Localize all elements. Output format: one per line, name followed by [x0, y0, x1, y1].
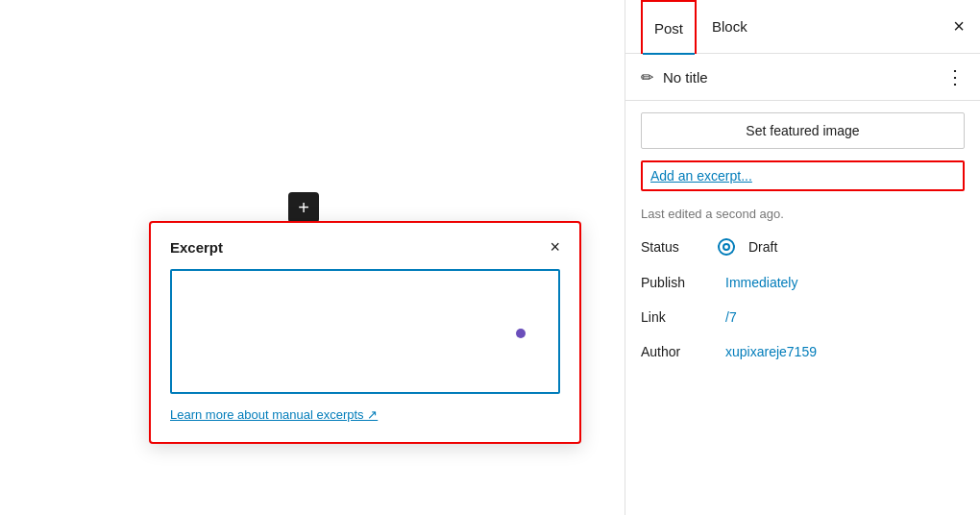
- status-value[interactable]: Draft: [748, 239, 777, 255]
- status-label: Status: [641, 239, 718, 255]
- status-circle-icon: [718, 238, 735, 256]
- excerpt-popup: Excerpt × Learn more about manual excerp…: [149, 221, 581, 444]
- set-featured-image-button[interactable]: Set featured image: [641, 112, 965, 149]
- publish-row: Publish Immediately: [625, 265, 980, 300]
- sidebar: Post Block × ✏ No title ⋮ Set featured i…: [625, 0, 980, 515]
- sidebar-close-button[interactable]: ×: [953, 15, 965, 37]
- author-row: Author xupixareje7159: [625, 334, 980, 369]
- block-inserter-button[interactable]: +: [288, 192, 319, 223]
- more-options-icon[interactable]: ⋮: [945, 67, 965, 86]
- excerpt-title: Excerpt: [170, 239, 223, 256]
- learn-more-excerpts-link[interactable]: Learn more about manual excerpts ↗: [170, 407, 378, 422]
- excerpt-header: Excerpt ×: [170, 238, 560, 256]
- sidebar-tabs: Post Block ×: [625, 0, 980, 54]
- excerpt-close-button[interactable]: ×: [550, 238, 560, 256]
- post-title-row: ✏ No title ⋮: [625, 54, 980, 101]
- plus-icon: +: [298, 198, 309, 217]
- post-title: No title: [663, 69, 945, 86]
- publish-value[interactable]: Immediately: [725, 275, 797, 290]
- link-label: Link: [641, 309, 718, 325]
- link-value[interactable]: /7: [725, 309, 737, 325]
- add-excerpt-link[interactable]: Add an excerpt...: [641, 160, 965, 191]
- author-value[interactable]: xupixareje7159: [725, 344, 817, 359]
- status-row: Status Draft: [625, 229, 980, 265]
- author-label: Author: [641, 344, 718, 359]
- link-row: Link /7: [625, 300, 980, 334]
- excerpt-textarea[interactable]: [170, 269, 560, 394]
- tab-block[interactable]: Block: [700, 0, 759, 54]
- publish-label: Publish: [641, 275, 718, 290]
- last-edited-text: Last edited a second ago.: [625, 199, 980, 229]
- excerpt-resize-dot: [516, 329, 526, 338]
- pen-icon: ✏: [641, 68, 653, 86]
- status-dot-icon: [723, 243, 730, 251]
- tab-post[interactable]: Post: [641, 0, 697, 54]
